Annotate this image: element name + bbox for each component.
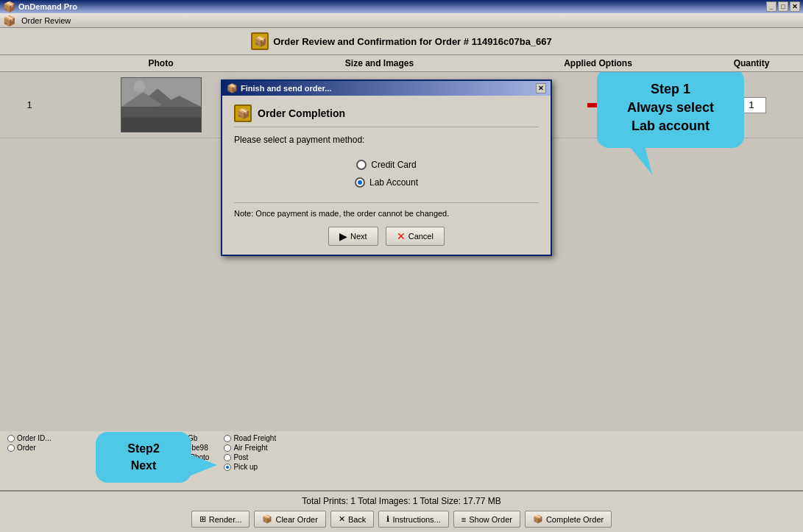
order-option[interactable]: Order: [7, 444, 52, 452]
app-title: OnDemand Pro: [18, 2, 77, 11]
credit-card-option[interactable]: Credit Card: [356, 160, 416, 170]
step1-line2: Always select: [612, 99, 729, 117]
col-num-header: [7, 58, 52, 68]
col-photo-header: Photo: [52, 58, 270, 68]
maximize-button[interactable]: □: [778, 1, 788, 12]
header-icon: 📦: [251, 32, 269, 50]
footer-stats: Total Prints: 1 Total Images: 1 Total Si…: [302, 496, 500, 506]
dialog-overlay: Order ID... Order SnGb Adobe98: [0, 72, 803, 490]
col-size-header: Size and Images: [270, 58, 489, 68]
order-id-option[interactable]: Order ID...: [7, 434, 52, 442]
menu-bar: 📦 Order Review: [0, 13, 803, 28]
render-button[interactable]: ⊞ Render...: [191, 511, 250, 528]
dialog-body: 📦 Order Completion Please select a payme…: [222, 96, 551, 255]
instructions-button[interactable]: ℹ Instructions...: [378, 511, 448, 528]
close-button[interactable]: ✕: [790, 1, 800, 12]
step2-line1: Step2: [107, 441, 180, 457]
show-order-button[interactable]: ≡ Show Order: [453, 511, 520, 528]
step2-tooltip: Step2 Next: [96, 432, 191, 483]
credit-card-label: Credit Card: [371, 160, 416, 170]
dialog-window: 📦 Finish and send order... ✕ 📦 Order Com…: [221, 79, 552, 256]
lab-account-option[interactable]: Lab Account: [355, 177, 418, 188]
dialog-title-row: 📦 Order Completion: [234, 104, 539, 127]
dialog-title: Order Completion: [258, 107, 345, 119]
lab-account-radio[interactable]: [355, 177, 365, 188]
step1-line3: Lab account: [612, 117, 729, 135]
title-bar: 📦 OnDemand Pro _ □ ✕: [0, 0, 803, 13]
road-freight-option[interactable]: Road Freight: [224, 434, 276, 442]
back-button[interactable]: ✕ Back: [330, 511, 374, 528]
render-icon: ⊞: [199, 514, 206, 524]
air-freight-option[interactable]: Air Freight: [224, 444, 276, 452]
main-window: 📦 Order Review and Confirmation for Orde…: [0, 28, 803, 532]
menu-order-review[interactable]: Order Review: [18, 15, 74, 26]
dialog-icon: 📦: [234, 104, 252, 122]
post-option[interactable]: Post: [224, 453, 276, 461]
content-area: 1: [0, 72, 803, 490]
step2-line2: Next: [107, 458, 180, 474]
lab-account-label: Lab Account: [369, 177, 418, 188]
back-icon: ✕: [339, 514, 345, 524]
footer: Total Prints: 1 Total Images: 1 Total Si…: [0, 490, 803, 532]
col-options-header: Applied Options: [489, 58, 707, 68]
credit-card-radio[interactable]: [356, 160, 367, 170]
complete-icon: 📦: [533, 514, 543, 524]
pickup-option[interactable]: Pick up: [224, 463, 276, 471]
instructions-icon: ℹ: [386, 514, 389, 524]
page-header: 📦 Order Review and Confirmation for Orde…: [0, 28, 803, 54]
option-col-3: Road Freight Air Freight Post Pick up: [224, 434, 276, 471]
road-freight-radio[interactable]: [224, 435, 231, 442]
dialog-buttons: ▶ Next ✕ Cancel: [234, 227, 539, 246]
dialog-titlebar-text: Finish and send order...: [241, 84, 331, 93]
order-radio[interactable]: [7, 444, 15, 452]
step1-tooltip: Step 1 Always select Lab account: [597, 72, 744, 148]
table-header: Photo Size and Images Applied Options Qu…: [0, 54, 803, 72]
minimize-button[interactable]: _: [766, 1, 777, 12]
step1-line1: Step 1: [612, 80, 729, 99]
next-button[interactable]: ▶ Next: [328, 227, 378, 246]
show-order-icon: ≡: [461, 515, 466, 524]
post-radio[interactable]: [224, 454, 231, 461]
complete-order-button[interactable]: 📦 Complete Order: [525, 511, 612, 528]
clear-order-button[interactable]: 📦 Clear Order: [254, 511, 325, 528]
dialog-close-button[interactable]: ✕: [536, 83, 546, 93]
order-id-radio[interactable]: [7, 435, 15, 442]
dialog-titlebar: 📦 Finish and send order... ✕: [222, 81, 551, 96]
dialog-note: Note: Once payment is made, the order ca…: [234, 202, 539, 218]
footer-buttons: ⊞ Render... 📦 Clear Order ✕ Back ℹ Instr…: [191, 511, 612, 528]
cancel-button[interactable]: ✕ Cancel: [386, 227, 445, 246]
payment-options: Credit Card Lab Account: [234, 160, 539, 188]
page-title: Order Review and Confirmation for Order …: [273, 36, 552, 47]
option-col-1: Order ID... Order: [7, 434, 52, 452]
dialog-subtitle: Please select a payment method:: [234, 135, 539, 145]
col-qty-header: Quantity: [707, 58, 796, 68]
clear-icon: 📦: [262, 514, 272, 524]
pickup-radio[interactable]: [224, 464, 231, 471]
air-freight-radio[interactable]: [224, 444, 231, 452]
